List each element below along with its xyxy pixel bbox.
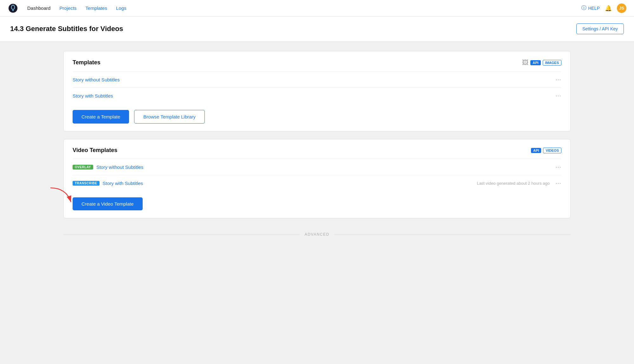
- video-template-row: TRANSCRIBE Story with Subtitles Last vid…: [73, 175, 561, 191]
- video-template-row-left: TRANSCRIBE Story with Subtitles: [73, 181, 143, 186]
- page-header: 14.3 Generate Subtitles for Videos Setti…: [0, 16, 634, 42]
- templates-buttons-row: Create a Template Browse Template Librar…: [73, 110, 561, 124]
- badge-transcribe: TRANSCRIBE: [73, 181, 100, 186]
- more-options-icon[interactable]: ⋯: [555, 163, 561, 170]
- video-template-row: OVERLAY Story without Subtitles ⋯: [73, 159, 561, 175]
- template-link-story-with-subtitles[interactable]: Story with Subtitles: [73, 93, 113, 99]
- main-content: Templates 🖼 API IMAGES Story without Sub…: [0, 42, 634, 249]
- video-templates-card: Video Templates API VIDEOS OVERLAY Story…: [63, 139, 571, 218]
- help-circle-icon: ⓘ: [581, 5, 586, 11]
- svg-point-2: [12, 10, 14, 11]
- navbar: Dashboard Projects Templates Logs ⓘ HELP…: [0, 0, 634, 16]
- video-templates-card-badges: API VIDEOS: [531, 148, 561, 153]
- badge-images: IMAGES: [543, 60, 561, 66]
- templates-card-title: Templates: [73, 59, 100, 66]
- nav-projects[interactable]: Projects: [59, 5, 76, 11]
- video-template-link-story-with-subtitles[interactable]: Story with Subtitles: [103, 181, 143, 186]
- logo[interactable]: [8, 3, 18, 14]
- advanced-section: ADVANCED: [63, 226, 571, 240]
- video-templates-buttons-row: Create a Video Template: [73, 197, 561, 210]
- advanced-line-right: [334, 234, 571, 235]
- video-template-link-story-without-subtitles[interactable]: Story without Subtitles: [96, 164, 143, 170]
- nav-templates[interactable]: Templates: [86, 5, 107, 11]
- template-link-story-without-subtitles[interactable]: Story without Subtitles: [73, 77, 120, 82]
- nav-dashboard[interactable]: Dashboard: [27, 5, 50, 11]
- nav-right: ⓘ HELP 🔔 JS: [581, 3, 626, 13]
- browse-template-library-button[interactable]: Browse Template Library: [134, 110, 205, 124]
- template-meta-last-video: Last video generated about 2 hours ago: [477, 181, 550, 186]
- video-template-row-right: Last video generated about 2 hours ago ⋯: [477, 180, 561, 187]
- templates-card: Templates 🖼 API IMAGES Story without Sub…: [63, 51, 571, 131]
- template-row: Story with Subtitles ⋯: [73, 87, 561, 104]
- more-options-icon[interactable]: ⋯: [555, 76, 561, 83]
- notification-bell-icon[interactable]: 🔔: [605, 5, 612, 12]
- settings-api-key-button[interactable]: Settings / API Key: [576, 23, 624, 34]
- help-button[interactable]: ⓘ HELP: [581, 5, 600, 11]
- more-options-icon[interactable]: ⋯: [555, 180, 561, 187]
- video-templates-card-title: Video Templates: [73, 147, 117, 154]
- templates-card-header: Templates 🖼 API IMAGES: [73, 59, 561, 66]
- nav-logs[interactable]: Logs: [116, 5, 126, 11]
- advanced-line-left: [63, 234, 300, 235]
- badge-overlay: OVERLAY: [73, 165, 93, 169]
- video-templates-card-header: Video Templates API VIDEOS: [73, 147, 561, 154]
- advanced-label: ADVANCED: [305, 232, 329, 237]
- page-title: 14.3 Generate Subtitles for Videos: [10, 25, 123, 33]
- video-template-row-left: OVERLAY Story without Subtitles: [73, 164, 143, 170]
- avatar[interactable]: JS: [617, 3, 626, 13]
- create-template-button[interactable]: Create a Template: [73, 110, 129, 124]
- badge-api: API: [530, 60, 540, 65]
- template-row: Story without Subtitles ⋯: [73, 71, 561, 87]
- create-video-template-button[interactable]: Create a Video Template: [73, 197, 143, 210]
- more-options-icon[interactable]: ⋯: [555, 92, 561, 99]
- badge-api-video: API: [531, 148, 541, 153]
- templates-card-badges: 🖼 API IMAGES: [522, 59, 561, 66]
- image-icon: 🖼: [522, 59, 528, 66]
- badge-videos: VIDEOS: [543, 148, 561, 153]
- red-arrow-annotation: [47, 185, 76, 207]
